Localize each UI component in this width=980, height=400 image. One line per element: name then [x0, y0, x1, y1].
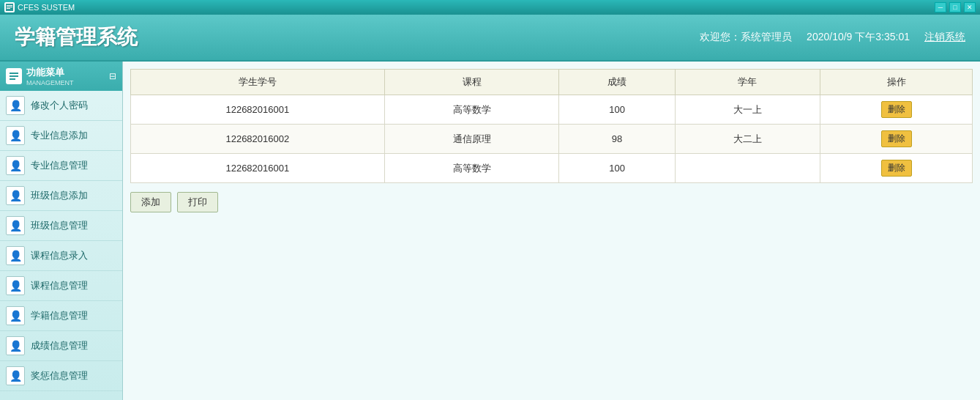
data-table: 学生学号 课程 成绩 学年 操作 122682016001高等数学100大一上删… — [130, 69, 973, 183]
menu-icon — [6, 68, 22, 84]
sidebar-item-enrollment-manage[interactable]: 👤 学籍信息管理 — [0, 301, 122, 331]
add-button[interactable]: 添加 — [130, 192, 171, 212]
col-header-action: 操作 — [820, 70, 973, 95]
app-header: 学籍管理系统 欢迎您：系统管理员 2020/10/9 下午3:35:01 注销系… — [0, 15, 980, 62]
content-area: 学生学号 课程 成绩 学年 操作 122682016001高等数学100大一上删… — [123, 62, 980, 400]
sidebar-header-text-block: 功能菜单 MANAGEMENT — [26, 66, 74, 86]
minimize-button[interactable]: ─ — [935, 2, 946, 12]
sidebar-item-reward-manage[interactable]: 👤 奖惩信息管理 — [0, 361, 122, 391]
avatar-score-manage: 👤 — [6, 336, 25, 355]
avatar-enrollment-manage: 👤 — [6, 306, 25, 325]
svg-rect-6 — [10, 78, 15, 80]
sidebar-item-course-manage[interactable]: 👤 课程信息管理 — [0, 271, 122, 301]
table-row: 122682016001高等数学100删除 — [131, 154, 973, 183]
maximize-button[interactable]: □ — [949, 2, 961, 12]
cell-action: 删除 — [820, 125, 973, 154]
svg-rect-1 — [7, 5, 12, 6]
main-layout: 功能菜单 MANAGEMENT ⊟ 👤 修改个人密码 👤 专业信息添加 👤 专业… — [0, 62, 980, 400]
cell-score: 100 — [559, 154, 675, 183]
sidebar-header: 功能菜单 MANAGEMENT ⊟ — [0, 62, 122, 91]
cell-course: 高等数学 — [384, 95, 559, 125]
cell-score: 100 — [559, 95, 675, 125]
sidebar-collapse-button[interactable]: ⊟ — [109, 71, 116, 81]
sidebar-menu-title: 功能菜单 — [26, 66, 74, 79]
datetime-text: 2020/10/9 下午3:35:01 — [807, 31, 910, 44]
avatar-major-manage: 👤 — [6, 156, 25, 175]
sidebar-label-score-manage: 成绩信息管理 — [31, 339, 88, 352]
avatar-course-input: 👤 — [6, 246, 25, 265]
sidebar-label-class-manage: 班级信息管理 — [31, 219, 88, 232]
cell-action: 删除 — [820, 154, 973, 183]
svg-rect-3 — [7, 8, 10, 9]
print-button[interactable]: 打印 — [177, 192, 218, 212]
svg-rect-5 — [10, 75, 18, 77]
sidebar-item-change-password[interactable]: 👤 修改个人密码 — [0, 91, 122, 121]
sidebar-label-change-password: 修改个人密码 — [31, 99, 88, 112]
sidebar-label-class-add: 班级信息添加 — [31, 189, 88, 202]
title-bar-left: CFES SUSTEM — [4, 2, 75, 12]
avatar-change-password: 👤 — [6, 96, 25, 115]
title-bar-controls[interactable]: ─ □ ✕ — [935, 2, 976, 12]
sidebar-label-reward-manage: 奖惩信息管理 — [31, 369, 88, 382]
sidebar-label-major-add: 专业信息添加 — [31, 129, 88, 142]
close-button[interactable]: ✕ — [964, 2, 976, 12]
delete-button[interactable]: 删除 — [881, 160, 912, 177]
col-header-course: 课程 — [384, 70, 559, 95]
cell-score: 98 — [559, 125, 675, 154]
sidebar-item-class-add[interactable]: 👤 班级信息添加 — [0, 181, 122, 211]
sidebar-item-score-manage[interactable]: 👤 成绩信息管理 — [0, 331, 122, 361]
sidebar-label-enrollment-manage: 学籍信息管理 — [31, 309, 88, 322]
col-header-score: 成绩 — [559, 70, 675, 95]
logout-link[interactable]: 注销系统 — [924, 31, 965, 44]
sidebar-item-class-manage[interactable]: 👤 班级信息管理 — [0, 211, 122, 241]
title-bar: CFES SUSTEM ─ □ ✕ — [0, 0, 980, 15]
col-header-year: 学年 — [675, 70, 820, 95]
sidebar-item-course-input[interactable]: 👤 课程信息录入 — [0, 241, 122, 271]
sidebar-item-major-manage[interactable]: 👤 专业信息管理 — [0, 151, 122, 181]
cell-year: 大一上 — [675, 95, 820, 125]
delete-button[interactable]: 删除 — [881, 130, 912, 147]
delete-button[interactable]: 删除 — [881, 101, 912, 118]
avatar-class-manage: 👤 — [6, 216, 25, 235]
sidebar-header-left: 功能菜单 MANAGEMENT — [6, 66, 74, 86]
table-row: 122682016001高等数学100大一上删除 — [131, 95, 973, 125]
header-right: 欢迎您：系统管理员 2020/10/9 下午3:35:01 注销系统 — [700, 31, 965, 44]
app-title: 学籍管理系统 — [15, 23, 138, 51]
welcome-text: 欢迎您：系统管理员 — [700, 31, 792, 44]
avatar-course-manage: 👤 — [6, 276, 25, 295]
cell-student-id: 122682016002 — [131, 125, 385, 154]
svg-rect-4 — [10, 73, 18, 74]
cell-year: 大二上 — [675, 125, 820, 154]
col-header-id: 学生学号 — [131, 70, 385, 95]
cell-year — [675, 154, 820, 183]
action-buttons: 添加 打印 — [130, 192, 973, 212]
cell-student-id: 122682016001 — [131, 95, 385, 125]
title-bar-text: CFES SUSTEM — [18, 3, 75, 12]
sidebar-menu-sub: MANAGEMENT — [26, 79, 74, 86]
table-row: 122682016002通信原理98大二上删除 — [131, 125, 973, 154]
avatar-class-add: 👤 — [6, 186, 25, 205]
avatar-reward-manage: 👤 — [6, 366, 25, 385]
sidebar-item-major-add[interactable]: 👤 专业信息添加 — [0, 121, 122, 151]
sidebar: 功能菜单 MANAGEMENT ⊟ 👤 修改个人密码 👤 专业信息添加 👤 专业… — [0, 62, 123, 400]
cell-course: 高等数学 — [384, 154, 559, 183]
svg-rect-2 — [7, 7, 12, 7]
app-icon — [4, 2, 15, 12]
sidebar-label-major-manage: 专业信息管理 — [31, 159, 88, 172]
cell-student-id: 122682016001 — [131, 154, 385, 183]
sidebar-label-course-input: 课程信息录入 — [31, 249, 88, 262]
sidebar-label-course-manage: 课程信息管理 — [31, 279, 88, 292]
cell-course: 通信原理 — [384, 125, 559, 154]
avatar-major-add: 👤 — [6, 126, 25, 145]
cell-action: 删除 — [820, 95, 973, 125]
